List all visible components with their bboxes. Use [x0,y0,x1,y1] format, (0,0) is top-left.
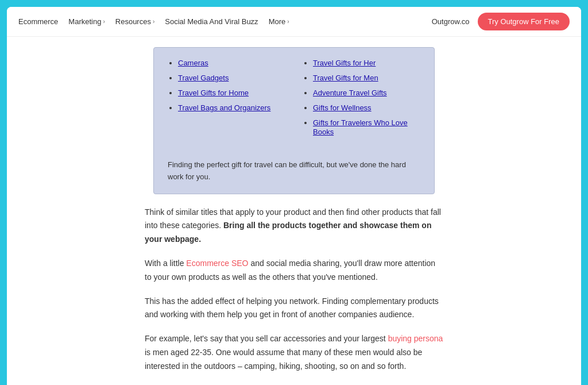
toc-item: Cameras [178,58,285,67]
chevron-down-icon: › [153,18,154,25]
toc-item: Travel Bags and Organizers [178,103,285,112]
toc-link-adventure-gifts[interactable]: Adventure Travel Gifts [313,88,387,97]
nav-resources[interactable]: Resources › [115,17,154,26]
toc-link-travel-gifts-home[interactable]: Travel Gifts for Home [178,88,249,97]
outgrow-link[interactable]: Outgrow.co [432,17,470,26]
toc-link-travel-gifts-her[interactable]: Travel Gifts for Her [313,59,376,67]
toc-link-travel-gadgets[interactable]: Travel Gadgets [178,74,229,82]
paragraph-4: For example, let's say that you sell car… [145,332,443,373]
toc-link-gifts-books[interactable]: Gifts for Travelers Who Love Books [313,118,408,136]
nav-more[interactable]: More › [269,17,289,26]
try-outgrow-button[interactable]: Try Outgrow For Free [478,13,570,30]
toc-summary: Finding the perfect gift for travel can … [168,151,420,183]
content-area: Cameras Travel Gadgets Travel Gifts for … [7,37,581,385]
toc-item: Travel Gifts for Men [313,73,420,82]
toc-item: Travel Gifts for Her [313,58,420,67]
toc-link-travel-bags[interactable]: Travel Bags and Organizers [178,103,270,112]
nav-marketing[interactable]: Marketing › [68,17,105,26]
nav-ecommerce[interactable]: Ecommerce [18,17,58,26]
chevron-down-icon: › [287,18,289,25]
bold-text-1: Bring all the products together and show… [145,221,431,244]
paragraph-2: With a little Ecommerce SEO and social m… [145,257,443,284]
toc-col-1: Cameras Travel Gadgets Travel Gifts for … [168,58,285,142]
paragraph-3: This has the added effect of helping you… [145,295,443,322]
header-right: Outgrow.co Try Outgrow For Free [432,13,570,30]
toc-item: Gifts for Wellness [313,103,420,112]
toc-item: Gifts for Travelers Who Love Books [313,118,420,136]
buying-persona-link[interactable]: buying persona [388,334,443,343]
nav-links: Ecommerce Marketing › Resources › Social… [18,17,289,26]
toc-item: Adventure Travel Gifts [313,88,420,97]
toc-link-travel-gifts-men[interactable]: Travel Gifts for Men [313,74,378,82]
toc-link-gifts-wellness[interactable]: Gifts for Wellness [313,103,372,112]
toc-col-2: Travel Gifts for Her Travel Gifts for Me… [303,58,420,142]
toc-link-cameras[interactable]: Cameras [178,59,208,67]
nav-social-media[interactable]: Social Media And Viral Buzz [165,17,258,26]
header: Ecommerce Marketing › Resources › Social… [7,7,581,37]
toc-box: Cameras Travel Gadgets Travel Gifts for … [153,47,435,194]
chevron-down-icon: › [103,18,105,25]
toc-columns: Cameras Travel Gadgets Travel Gifts for … [168,58,420,142]
paragraph-1: Think of similar titles that apply to yo… [145,206,443,247]
toc-item: Travel Gifts for Home [178,88,285,97]
toc-item: Travel Gadgets [178,73,285,82]
ecommerce-seo-link[interactable]: Ecommerce SEO [186,259,248,268]
